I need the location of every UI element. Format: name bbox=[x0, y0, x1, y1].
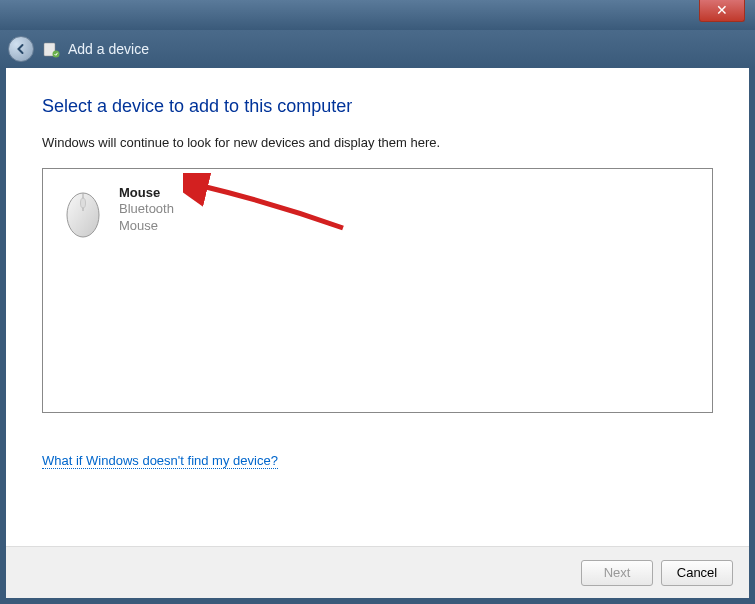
mouse-icon bbox=[59, 185, 107, 241]
footer: Next Cancel bbox=[6, 546, 749, 598]
add-device-window: ✕ Add a device Select a device to add to… bbox=[0, 0, 755, 604]
window-title: Add a device bbox=[68, 41, 149, 57]
svg-point-4 bbox=[81, 198, 86, 208]
back-button[interactable] bbox=[8, 36, 34, 62]
device-subtype: Mouse bbox=[119, 218, 174, 234]
close-button[interactable]: ✕ bbox=[699, 0, 745, 22]
cancel-button[interactable]: Cancel bbox=[661, 560, 733, 586]
page-subtext: Windows will continue to look for new de… bbox=[42, 135, 713, 150]
device-text: Mouse Bluetooth Mouse bbox=[119, 185, 174, 234]
next-button[interactable]: Next bbox=[581, 560, 653, 586]
device-type: Bluetooth bbox=[119, 201, 174, 217]
device-item-mouse[interactable]: Mouse Bluetooth Mouse bbox=[57, 183, 698, 243]
svg-point-1 bbox=[53, 51, 60, 58]
device-list: Mouse Bluetooth Mouse bbox=[42, 168, 713, 413]
close-icon: ✕ bbox=[716, 2, 728, 18]
titlebar: ✕ bbox=[0, 0, 755, 30]
device-name: Mouse bbox=[119, 185, 174, 201]
device-icon bbox=[42, 40, 60, 58]
help-link[interactable]: What if Windows doesn't find my device? bbox=[42, 453, 278, 469]
page-heading: Select a device to add to this computer bbox=[42, 96, 713, 117]
back-arrow-icon bbox=[15, 43, 27, 55]
header-row: Add a device bbox=[0, 30, 755, 68]
content-area: Select a device to add to this computer … bbox=[6, 68, 749, 546]
